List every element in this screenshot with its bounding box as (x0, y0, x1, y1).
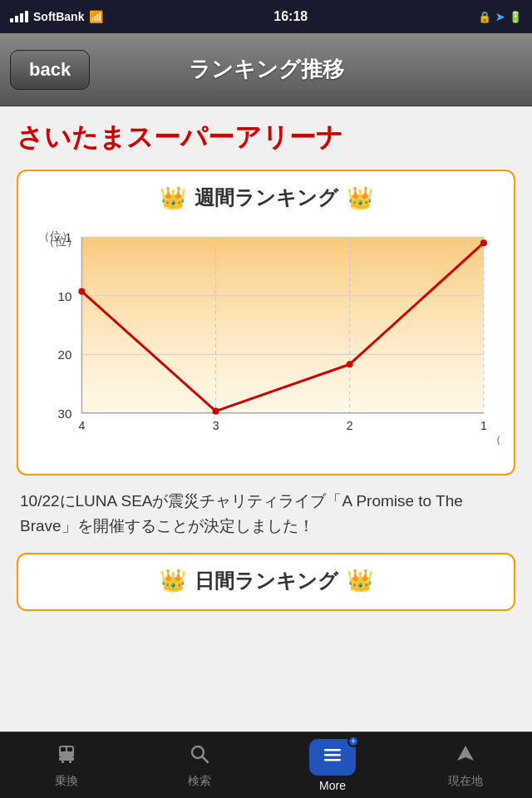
svg-text:30: 30 (58, 406, 72, 421)
svg-rect-27 (67, 747, 72, 751)
svg-point-23 (347, 361, 353, 367)
main-content: さいたまスーパーアリーナ 👑 週間ランキング 👑 (0, 106, 532, 732)
svg-marker-36 (457, 746, 474, 761)
status-time: 16:18 (273, 9, 308, 24)
location-icon (454, 742, 477, 771)
nav-bar: back ランキング推移 (0, 33, 532, 106)
svg-rect-29 (62, 761, 64, 763)
carrier-label: SoftBank (33, 10, 84, 23)
svg-rect-30 (69, 761, 71, 763)
svg-rect-26 (61, 747, 66, 751)
signal-bars (10, 11, 28, 22)
crown-daily-left-icon: 👑 (160, 568, 186, 594)
battery-icon: 🔋 (509, 11, 522, 23)
weekly-ranking-title: 👑 週間ランキング 👑 (32, 185, 500, 211)
location-arrow-icon: ➤ (495, 11, 505, 23)
venue-title: さいたまスーパーアリーナ (17, 120, 515, 156)
chart-container: （位） 1 10 20 30 （位） 4 3 2 1 （週） (32, 221, 500, 454)
svg-rect-33 (324, 749, 341, 751)
wifi-icon: 📶 (89, 10, 103, 23)
svg-rect-34 (324, 754, 341, 756)
description-text: 10/22にLUNA SEAが震災チャリティライブ「A Promise to T… (17, 489, 515, 539)
tab-search[interactable]: 検索 (133, 732, 266, 798)
back-button[interactable]: back (10, 50, 90, 90)
crown-right-icon: 👑 (347, 185, 373, 211)
svg-text:10: 10 (58, 289, 72, 303)
crown-left-icon: 👑 (160, 185, 186, 211)
svg-text:4: 4 (79, 419, 86, 432)
svg-point-24 (480, 239, 487, 246)
weekly-ranking-card: 👑 週間ランキング 👑 (17, 170, 515, 475)
svg-text:20: 20 (58, 347, 72, 362)
more-badge: + (347, 736, 359, 747)
more-label: More (319, 779, 346, 792)
status-bar: SoftBank 📶 16:18 🔒 ➤ 🔋 (0, 0, 532, 33)
tab-transit[interactable]: 乗換 (0, 732, 133, 798)
tab-more[interactable]: + More (266, 732, 399, 798)
svg-line-32 (202, 756, 208, 762)
status-right: 🔒 ➤ 🔋 (478, 11, 522, 23)
chart-svg: （位） 1 10 20 30 （位） 4 3 2 1 （週） (32, 221, 500, 454)
crown-daily-right-icon: 👑 (347, 568, 373, 594)
transit-icon (55, 742, 78, 771)
svg-text:3: 3 (213, 419, 219, 432)
svg-text:2: 2 (347, 419, 353, 432)
svg-text:1: 1 (480, 419, 487, 432)
search-icon (188, 742, 211, 771)
lock-icon: 🔒 (478, 11, 491, 23)
svg-point-21 (78, 288, 85, 295)
daily-ranking-card: 👑 日間ランキング 👑 (17, 553, 515, 611)
daily-ranking-title: 👑 日間ランキング 👑 (32, 568, 500, 594)
transit-label: 乗換 (55, 774, 78, 789)
location-label: 現在地 (448, 774, 483, 789)
tab-bar: 乗換 検索 + More 現在地 (0, 732, 532, 798)
more-icon-wrapper: + (309, 739, 356, 776)
svg-rect-35 (324, 759, 341, 761)
svg-text:（位）: （位） (43, 234, 78, 248)
svg-text:（週）: （週） (490, 433, 500, 446)
status-left: SoftBank 📶 (10, 10, 103, 23)
tab-location[interactable]: 現在地 (399, 732, 532, 798)
svg-rect-28 (59, 757, 74, 761)
search-label: 検索 (188, 774, 211, 789)
nav-title: ランキング推移 (189, 55, 344, 84)
svg-point-22 (213, 408, 219, 415)
